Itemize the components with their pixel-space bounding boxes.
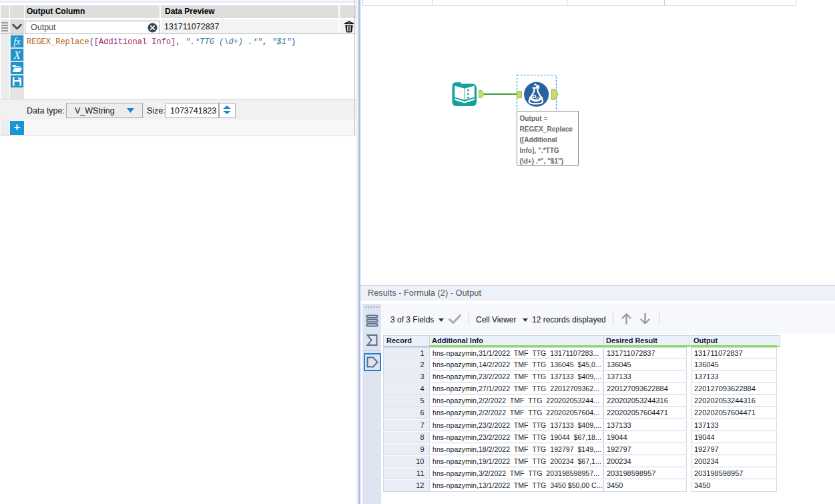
svg-text:X: X bbox=[13, 49, 21, 61]
svg-text:fx: fx bbox=[13, 37, 21, 47]
